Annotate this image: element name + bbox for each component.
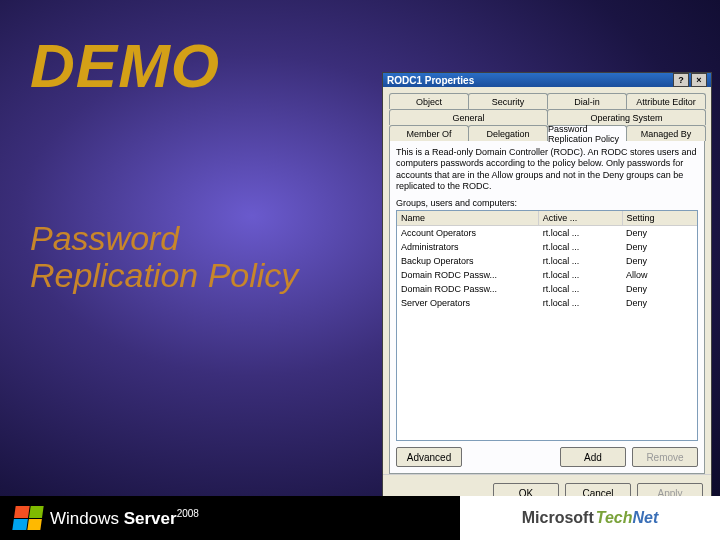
tab-member-of[interactable]: Member Of — [389, 125, 469, 141]
list-label: Groups, users and computers: — [396, 198, 698, 208]
listview-header: Name Active ... Setting — [397, 211, 697, 226]
technet-logo: Microsoft TechNet — [460, 496, 720, 540]
advanced-button[interactable]: Advanced — [396, 447, 462, 467]
tab-delegation[interactable]: Delegation — [468, 125, 548, 141]
tab-row-3: Member Of Delegation Password Replicatio… — [389, 125, 705, 141]
cell-name: Administrators — [397, 241, 539, 253]
table-row[interactable]: Domain RODC Passw...rt.local ...Allow — [397, 268, 697, 282]
tech-text: Tech — [596, 509, 633, 526]
ms-text: Microsoft — [522, 509, 594, 527]
cell-name: Backup Operators — [397, 255, 539, 267]
ws-windows: Windows — [50, 508, 119, 527]
cell-name: Domain RODC Passw... — [397, 269, 539, 281]
table-row[interactable]: Backup Operatorsrt.local ...Deny — [397, 254, 697, 268]
cell-domain: rt.local ... — [539, 297, 622, 309]
tab-managed-by[interactable]: Managed By — [626, 125, 706, 141]
groups-listview[interactable]: Name Active ... Setting Account Operator… — [396, 210, 698, 441]
cell-setting: Deny — [622, 297, 697, 309]
cell-domain: rt.local ... — [539, 227, 622, 239]
windows-server-logo: Windows Server2008 — [14, 506, 199, 530]
windows-flag-icon — [12, 506, 43, 530]
close-button[interactable]: × — [691, 73, 707, 87]
listview-body: Account Operatorsrt.local ...DenyAdminis… — [397, 226, 697, 440]
cell-name: Domain RODC Passw... — [397, 283, 539, 295]
help-button[interactable]: ? — [673, 73, 689, 87]
tab-row-1: Object Security Dial-in Attribute Editor — [389, 93, 705, 109]
slide-subtitle: Password Replication Policy — [30, 220, 298, 295]
tab-row-2: General Operating System — [389, 109, 705, 125]
tab-security[interactable]: Security — [468, 93, 548, 109]
ws-year: 2008 — [177, 508, 199, 519]
cell-setting: Allow — [622, 269, 697, 281]
table-row[interactable]: Account Operatorsrt.local ...Deny — [397, 226, 697, 240]
tab-dialin[interactable]: Dial-in — [547, 93, 627, 109]
remove-button[interactable]: Remove — [632, 447, 698, 467]
tab-content: This is a Read-only Domain Controller (R… — [389, 140, 705, 474]
cell-domain: rt.local ... — [539, 269, 622, 281]
cell-domain: rt.local ... — [539, 241, 622, 253]
tab-attribute-editor[interactable]: Attribute Editor — [626, 93, 706, 109]
tab-general[interactable]: General — [389, 109, 548, 125]
slide-demo-title: DEMO — [30, 30, 220, 101]
cell-domain: rt.local ... — [539, 283, 622, 295]
cell-name: Account Operators — [397, 227, 539, 239]
dialog-title: RODC1 Properties — [387, 75, 474, 86]
cell-setting: Deny — [622, 227, 697, 239]
cell-setting: Deny — [622, 283, 697, 295]
tabs-area: Object Security Dial-in Attribute Editor… — [383, 87, 711, 474]
table-row[interactable]: Domain RODC Passw...rt.local ...Deny — [397, 282, 697, 296]
table-row[interactable]: Administratorsrt.local ...Deny — [397, 240, 697, 254]
table-row[interactable]: Server Operatorsrt.local ...Deny — [397, 296, 697, 310]
dialog-titlebar[interactable]: RODC1 Properties ? × — [383, 73, 711, 87]
ws-server: Server — [124, 508, 177, 527]
cell-setting: Deny — [622, 255, 697, 267]
subtitle-line1: Password — [30, 219, 179, 257]
cell-setting: Deny — [622, 241, 697, 253]
list-button-row: Advanced Add Remove — [396, 447, 698, 467]
subtitle-line2: Replication Policy — [30, 256, 298, 294]
policy-description: This is a Read-only Domain Controller (R… — [396, 147, 698, 192]
column-setting[interactable]: Setting — [623, 211, 697, 225]
net-text: Net — [632, 509, 658, 526]
cell-domain: rt.local ... — [539, 255, 622, 267]
tab-object[interactable]: Object — [389, 93, 469, 109]
column-domain[interactable]: Active ... — [539, 211, 623, 225]
tab-password-replication-policy[interactable]: Password Replication Policy — [547, 125, 627, 141]
cell-name: Server Operators — [397, 297, 539, 309]
properties-dialog: RODC1 Properties ? × Object Security Dia… — [382, 72, 712, 500]
column-name[interactable]: Name — [397, 211, 539, 225]
add-button[interactable]: Add — [560, 447, 626, 467]
